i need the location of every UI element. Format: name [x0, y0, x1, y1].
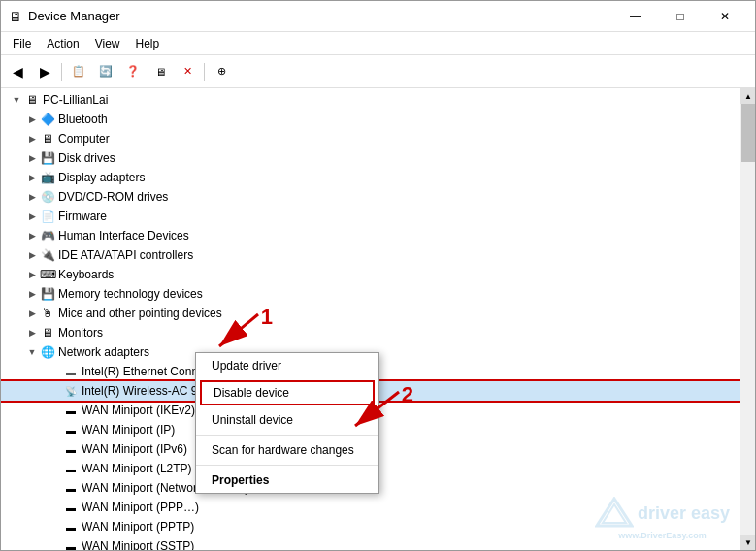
tree-item-wan-sstp[interactable]: ▬ WAN Miniport (SSTP) — [1, 536, 740, 550]
tree-icon-hid: 🎮 — [40, 228, 55, 243]
expand-icon-wan-ip — [48, 422, 63, 438]
maximize-button[interactable]: □ — [658, 3, 703, 30]
tree-icon-wan-ipv6: ▬ — [63, 441, 79, 457]
tree-label-wan-pptp: WAN Miniport (PPTP) — [82, 520, 194, 534]
ctx-disable-device[interactable]: Disable device — [200, 380, 375, 405]
tree-item-memory[interactable]: ▶ 💾 Memory technology devices — [1, 284, 740, 304]
menu-bar: File Action View Help — [1, 32, 755, 55]
expand-icon-wan-ike — [48, 403, 63, 418]
scrollbar-thumb[interactable] — [741, 104, 755, 162]
scrollbar-track[interactable] — [740, 104, 755, 535]
tree-label-dvd: DVD/CD-ROM drives — [58, 190, 168, 204]
tree-item-firmware[interactable]: ▶ 📄 Firmware — [1, 207, 740, 226]
tree-icon-computer: 🖥 — [40, 131, 55, 146]
tree-root[interactable]: ▼ 🖥 PC-LillianLai — [1, 90, 740, 110]
tree-icon-wan-pptp: ▬ — [63, 519, 79, 535]
tree-label-network: Network adapters — [58, 345, 149, 359]
expand-icon-keyboards: ▶ — [24, 267, 40, 282]
expand-icon-disk: ▶ — [24, 150, 40, 166]
ctx-sep-1 — [196, 435, 378, 436]
main-content: ▼ 🖥 PC-LillianLai ▶ 🔷 Bluetooth ▶ 🖥 Comp… — [1, 88, 755, 550]
tree-icon-mice: 🖱 — [40, 306, 55, 321]
tree-icon-wan-l2tp: ▬ — [63, 461, 79, 476]
expand-icon-bluetooth: ▶ — [24, 112, 40, 127]
expand-icon-hid: ▶ — [24, 228, 40, 243]
tree-label-mice: Mice and other pointing devices — [58, 307, 222, 320]
toolbar-disable[interactable]: ✕ — [175, 60, 200, 83]
tree-icon-wan-ppp: ▬ — [63, 500, 79, 515]
tree-icon-network: 🌐 — [40, 344, 55, 360]
device-manager-window: 🖥 Device Manager — □ ✕ File Action View … — [0, 0, 756, 551]
ctx-update-driver[interactable]: Update driver — [196, 353, 378, 378]
ctx-properties[interactable]: Properties — [196, 468, 378, 493]
expand-icon-ide: ▶ — [24, 247, 40, 263]
tree-icon-wan-ip: ▬ — [63, 422, 79, 438]
tree-label-wan-ppp: WAN Miniport (PPP…) — [82, 501, 199, 514]
title-bar: 🖥 Device Manager — □ ✕ — [1, 1, 755, 32]
scrollbar-up-button[interactable]: ▲ — [740, 88, 755, 104]
tree-item-hid[interactable]: ▶ 🎮 Human Interface Devices — [1, 226, 740, 245]
toolbar-sep-2 — [204, 63, 205, 81]
expand-icon-mice: ▶ — [24, 306, 40, 321]
title-bar-controls: — □ ✕ — [613, 3, 747, 30]
context-menu: Update driver Disable device Uninstall d… — [195, 352, 379, 494]
menu-file[interactable]: File — [5, 35, 39, 52]
tree-item-ide[interactable]: ▶ 🔌 IDE ATA/ATAPI controllers — [1, 245, 740, 265]
expand-icon-display: ▶ — [24, 170, 40, 185]
tree-item-monitors[interactable]: ▶ 🖥 Monitors — [1, 323, 740, 342]
toolbar-update[interactable]: 🔄 — [93, 60, 118, 83]
expand-icon-wan-ppp — [48, 500, 63, 515]
tree-icon-wan-net: ▬ — [63, 480, 79, 496]
tree-icon-memory: 💾 — [40, 286, 55, 302]
toolbar-add[interactable]: ⊕ — [209, 60, 234, 83]
ctx-uninstall-device[interactable]: Uninstall device — [196, 407, 378, 433]
tree-icon-ide: 🔌 — [40, 247, 55, 263]
tree-label-wan-l2tp: WAN Miniport (L2TP) — [82, 462, 192, 475]
expand-icon-ethernet — [48, 364, 63, 379]
toolbar-properties[interactable]: 📋 — [66, 60, 91, 83]
menu-action[interactable]: Action — [39, 35, 86, 52]
toolbar-uninstall[interactable]: ❓ — [120, 60, 146, 83]
tree-item-wan-pptp[interactable]: ▬ WAN Miniport (PPTP) — [1, 517, 740, 536]
app-icon: 🖥 — [9, 9, 22, 24]
tree-label-ide: IDE ATA/ATAPI controllers — [58, 248, 193, 262]
tree-item-wan-ppp[interactable]: ▬ WAN Miniport (PPP…) — [1, 498, 740, 517]
ctx-scan-hardware[interactable]: Scan for hardware changes — [196, 438, 378, 463]
tree-item-keyboards[interactable]: ▶ ⌨ Keyboards — [1, 265, 740, 284]
tree-label-wan-ipv6: WAN Miniport (IPv6) — [82, 442, 187, 456]
expand-icon-computer: ▶ — [24, 131, 40, 146]
title-bar-left: 🖥 Device Manager — [9, 9, 120, 24]
tree-item-display[interactable]: ▶ 📺 Display adapters — [1, 168, 740, 187]
tree-label-firmware: Firmware — [58, 210, 107, 223]
tree-area[interactable]: ▼ 🖥 PC-LillianLai ▶ 🔷 Bluetooth ▶ 🖥 Comp… — [1, 88, 740, 550]
tree-label-bluetooth: Bluetooth — [58, 113, 108, 126]
toolbar-forward[interactable]: ▶ — [32, 60, 57, 83]
tree-label-keyboards: Keyboards — [58, 268, 114, 281]
tree-item-computer[interactable]: ▶ 🖥 Computer — [1, 129, 740, 148]
tree-item-dvd[interactable]: ▶ 💿 DVD/CD-ROM drives — [1, 187, 740, 207]
tree-icon-disk: 💾 — [40, 150, 55, 166]
tree-icon-ethernet: ▬ — [63, 364, 79, 379]
tree-label-memory: Memory technology devices — [58, 287, 203, 301]
tree-root-label: PC-LillianLai — [43, 93, 108, 107]
expand-icon-root: ▼ — [9, 92, 24, 108]
tree-icon-keyboards: ⌨ — [40, 267, 55, 282]
close-button[interactable]: ✕ — [703, 3, 747, 30]
tree-label-computer: Computer — [58, 132, 110, 146]
toolbar-back[interactable]: ◀ — [5, 60, 30, 83]
toolbar-sep-1 — [61, 63, 62, 81]
expand-icon-firmware: ▶ — [24, 209, 40, 224]
tree-item-bluetooth[interactable]: ▶ 🔷 Bluetooth — [1, 110, 740, 129]
tree-item-disk[interactable]: ▶ 💾 Disk drives — [1, 148, 740, 168]
tree-label-wan-sstp: WAN Miniport (SSTP) — [82, 539, 194, 550]
tree-icon-display: 📺 — [40, 170, 55, 185]
tree-icon-dvd: 💿 — [40, 189, 55, 205]
tree-icon-wan-ike: ▬ — [63, 403, 79, 418]
menu-help[interactable]: Help — [128, 35, 168, 52]
expand-icon-wireless — [48, 383, 63, 399]
scrollbar-down-button[interactable]: ▼ — [740, 535, 755, 550]
menu-view[interactable]: View — [87, 35, 128, 52]
minimize-button[interactable]: — — [613, 3, 658, 30]
toolbar-scan[interactable]: 🖥 — [148, 60, 173, 83]
tree-item-mice[interactable]: ▶ 🖱 Mice and other pointing devices — [1, 304, 740, 323]
